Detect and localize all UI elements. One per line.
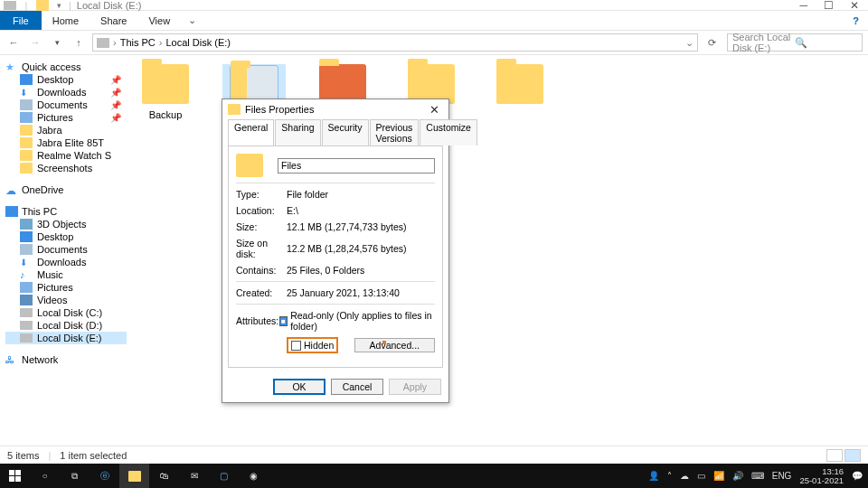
search-input[interactable]: Search Local Disk (E:) 🔍 [727, 33, 863, 52]
nav-desktop[interactable]: Desktop📌 [5, 73, 127, 86]
nav-videos[interactable]: Videos [5, 294, 127, 306]
help-button[interactable]: ? [844, 15, 868, 26]
tray-cloud-icon[interactable]: ☁ [680, 471, 689, 481]
tab-home[interactable]: Home [42, 11, 90, 30]
folder-icon [128, 471, 141, 482]
refresh-button[interactable]: ⟳ [703, 34, 720, 51]
tray-clock[interactable]: 13:16 25-01-2021 [799, 467, 844, 485]
nav-desktop2[interactable]: Desktop [5, 230, 127, 243]
cancel-button[interactable]: Cancel [331, 379, 383, 395]
nav-screenshots[interactable]: Screenshots [5, 162, 127, 174]
tab-view[interactable]: View [137, 11, 181, 30]
icons-view-button[interactable] [844, 449, 861, 462]
tray-notifications-icon[interactable]: 💬 [852, 471, 863, 481]
tab-sharing[interactable]: Sharing [275, 119, 320, 145]
mail-button[interactable]: ✉ [179, 464, 209, 488]
folder-icon [20, 163, 33, 174]
ok-button[interactable]: OK [273, 379, 326, 395]
picture-icon [20, 282, 33, 293]
folder-icon [20, 150, 33, 161]
dialog-title: Files Properties [245, 104, 314, 115]
nav-drive-e[interactable]: Local Disk (E:) [5, 332, 127, 344]
apply-button[interactable]: Apply [389, 379, 441, 395]
nav-downloads[interactable]: Downloads📌 [5, 86, 127, 99]
network-icon [5, 354, 18, 365]
breadcrumb[interactable]: › This PC › Local Disk (E:) ⌄ [92, 33, 698, 52]
nav-pictures2[interactable]: Pictures [5, 281, 127, 294]
forward-button[interactable]: → [27, 34, 43, 51]
tray-people-icon[interactable]: 👤 [648, 471, 659, 481]
up-button[interactable]: ↑ [71, 34, 87, 51]
checkbox-icon: ■ [279, 316, 288, 326]
search-icon: 🔍 [795, 37, 857, 49]
hidden-checkbox[interactable]: Hidden [291, 340, 334, 351]
taskview-button[interactable]: ⧉ [60, 464, 90, 488]
tab-general[interactable]: General [228, 119, 274, 145]
type-value: File folder [287, 189, 328, 200]
recent-dropdown[interactable]: ▾ [49, 34, 65, 51]
svg-rect-3 [15, 476, 21, 482]
nav-documents2[interactable]: Documents [5, 243, 127, 256]
nav-realme[interactable]: Realme Watch S [5, 149, 127, 162]
tray-chevron-icon[interactable]: ˄ [667, 471, 672, 481]
properties-dialog: Files Properties ✕ General Sharing Secur… [222, 99, 449, 403]
app-button[interactable]: ▢ [209, 464, 239, 488]
nav-jabra-elite[interactable]: Jabra Elite 85T [5, 136, 127, 149]
readonly-checkbox[interactable]: ■Read-only (Only applies to files in fol… [279, 310, 435, 332]
advanced-button[interactable]: Advanced... [354, 338, 435, 352]
maximize-button[interactable]: ☐ [824, 0, 834, 12]
contains-value: 25 Files, 0 Folders [287, 265, 364, 276]
chrome-button[interactable]: ◉ [239, 464, 269, 488]
tray-battery-icon[interactable]: ▭ [697, 471, 705, 481]
folder-item-5[interactable] [488, 64, 552, 109]
ribbon: File Home Share View ⌄ ? [0, 11, 868, 31]
quick-access-header[interactable]: Quick access [5, 61, 127, 73]
dialog-close-button[interactable]: ✕ [426, 103, 443, 117]
pc-icon [5, 206, 18, 217]
folder-name-input[interactable] [278, 158, 435, 174]
tab-customize[interactable]: Customize [420, 119, 477, 145]
chevron-right-icon: › [113, 37, 117, 48]
tray-language[interactable]: ENG [772, 471, 792, 481]
onedrive-header[interactable]: OneDrive [5, 183, 127, 196]
nav-drive-d[interactable]: Local Disk (D:) [5, 319, 127, 332]
nav-drive-c[interactable]: Local Disk (C:) [5, 306, 127, 319]
nav-jabra[interactable]: Jabra [5, 124, 127, 136]
breadcrumb-drive[interactable]: Local Disk (E:) [165, 37, 231, 48]
tray-keyboard-icon[interactable]: ⌨ [751, 471, 764, 481]
breadcrumb-dropdown[interactable]: ⌄ [685, 37, 693, 49]
file-menu[interactable]: File [0, 11, 42, 30]
edge-button[interactable]: ⓔ [90, 464, 119, 488]
details-view-button[interactable] [826, 449, 843, 462]
search-button[interactable]: ○ [30, 464, 60, 488]
chevron-right-icon: › [159, 37, 163, 48]
folder-icon [20, 137, 33, 148]
breadcrumb-thispc[interactable]: This PC [120, 37, 156, 48]
nav-tree[interactable]: Quick access Desktop📌 Downloads📌 Documen… [0, 55, 127, 446]
chevron-down-icon[interactable]: ▾ [52, 0, 65, 12]
close-button[interactable]: ✕ [850, 0, 859, 12]
network-header[interactable]: Network [5, 353, 127, 366]
tab-previous-versions[interactable]: Previous Versions [370, 119, 420, 145]
nav-music[interactable]: Music [5, 268, 127, 281]
folder-backup[interactable]: Backup [134, 64, 197, 120]
thispc-header[interactable]: This PC [5, 205, 127, 218]
back-button[interactable]: ← [5, 34, 22, 51]
tray-wifi-icon[interactable]: 📶 [713, 471, 724, 481]
checkbox-icon [291, 341, 301, 351]
store-button[interactable]: 🛍 [149, 464, 179, 488]
taskbar: ○ ⧉ ⓔ 🛍 ✉ ▢ ◉ 👤 ˄ ☁ ▭ 📶 🔊 ⌨ ENG 13:16 25… [0, 464, 868, 488]
explorer-button[interactable] [119, 464, 149, 488]
nav-downloads2[interactable]: Downloads [5, 256, 127, 268]
tab-share[interactable]: Share [90, 11, 137, 30]
tab-security[interactable]: Security [322, 119, 369, 145]
expand-ribbon-button[interactable]: ⌄ [181, 14, 203, 26]
minimize-button[interactable]: ─ [799, 0, 807, 12]
nav-pictures[interactable]: Pictures📌 [5, 111, 127, 124]
nav-documents[interactable]: Documents📌 [5, 99, 127, 111]
tray-volume-icon[interactable]: 🔊 [732, 471, 743, 481]
dialog-titlebar[interactable]: Files Properties ✕ [222, 99, 448, 119]
start-button[interactable] [0, 464, 30, 488]
folder-icon [496, 64, 543, 104]
nav-3dobjects[interactable]: 3D Objects [5, 218, 127, 230]
